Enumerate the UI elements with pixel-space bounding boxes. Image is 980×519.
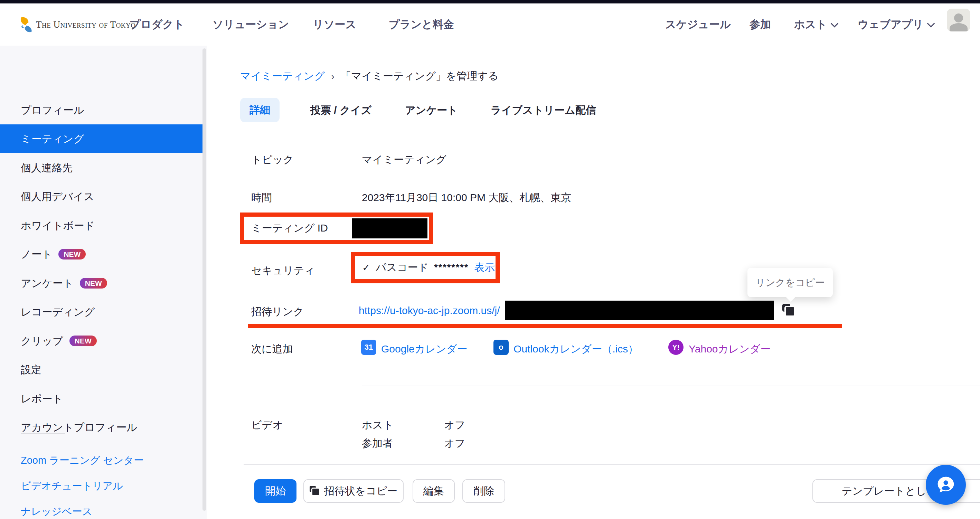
main-content: マイミーティング › 「マイミーティング」を管理する 詳細 投票 / クイズ ア…	[207, 46, 980, 519]
new-badge: NEW	[80, 278, 107, 288]
edit-button[interactable]: 編集	[413, 479, 455, 503]
avatar[interactable]	[947, 9, 970, 32]
sidebar-scrollbar[interactable]	[202, 48, 206, 511]
start-button[interactable]: 開始	[255, 479, 296, 503]
nav-web-app[interactable]: ウェブアプリ	[858, 17, 934, 32]
sidebar-divider	[21, 433, 65, 434]
zoom-web-portal: The University of Tokyo プロダクト ソリューション リソ…	[0, 0, 980, 519]
meeting-id-label: ミーティング ID	[251, 217, 328, 239]
chevron-down-icon	[927, 20, 935, 28]
outlook-calendar-icon[interactable]: o	[493, 340, 509, 355]
sidebar-link-knowledge-base[interactable]: ナレッジベース	[21, 504, 92, 519]
help-support-button[interactable]	[926, 465, 966, 505]
time-value: 2023年11月30日 10:00 PM 大阪、札幌、東京	[362, 191, 571, 205]
video-host-value: オフ	[444, 418, 465, 432]
copy-link-tooltip: リンクをコピー	[748, 268, 833, 297]
sidebar-link-learning-center[interactable]: Zoom ラーニング センター	[21, 453, 144, 468]
tab-surveys[interactable]: アンケート	[405, 103, 458, 118]
redacted-invite-link	[505, 301, 774, 320]
video-participant-label: 参加者	[362, 436, 393, 451]
nav-products[interactable]: プロダクト	[130, 17, 185, 32]
breadcrumb-current: 「マイミーティング」を管理する	[341, 69, 499, 83]
sidebar-item-whiteboard[interactable]: ホワイトボード	[0, 211, 202, 240]
video-host-label: ホスト	[362, 418, 394, 432]
window-top-bar	[0, 0, 980, 3]
sidebar-item-surveys[interactable]: アンケートNEW	[0, 269, 202, 298]
sidebar-item-reports[interactable]: レポート	[0, 384, 202, 413]
topic-value: マイミーティング	[362, 153, 447, 167]
yahoo-calendar-link[interactable]: Yahooカレンダー	[689, 342, 771, 356]
tab-livestream[interactable]: ライブストリーム配信	[491, 103, 596, 118]
new-badge: NEW	[70, 336, 97, 346]
support-chat-icon	[934, 473, 957, 496]
sidebar-item-account-profile[interactable]: アカウントプロフィール	[0, 413, 202, 442]
show-passcode-link[interactable]: 表示	[474, 261, 495, 275]
nav-web-app-label: ウェブアプリ	[858, 17, 923, 32]
add-to-label: 次に追加	[251, 342, 293, 356]
sidebar-item-contacts[interactable]: 個人連絡先	[0, 153, 202, 182]
footer-divider	[243, 464, 980, 465]
tab-polls-quizzes[interactable]: 投票 / クイズ	[310, 103, 371, 118]
utokyo-logo[interactable]: The University of Tokyo	[20, 17, 136, 32]
annotation-red-underline	[248, 324, 842, 328]
annotation-red-box-passcode: ✓ パスコード ******** 表示	[351, 252, 500, 283]
utokyo-ginkgo-icon	[20, 17, 32, 32]
topic-label: トピック	[251, 153, 294, 167]
google-calendar-icon[interactable]: 31	[361, 340, 376, 355]
nav-solutions[interactable]: ソリューション	[213, 17, 289, 32]
sidebar-link-video-tutorials[interactable]: ビデオチュートリアル	[21, 478, 123, 494]
sidebar-item-clips[interactable]: クリップNEW	[0, 326, 202, 355]
tab-details[interactable]: 詳細	[240, 98, 280, 122]
sidebar-item-profile[interactable]: プロフィール	[0, 96, 202, 124]
nav-plans-pricing[interactable]: プランと料金	[389, 17, 454, 32]
passcode-mask: ********	[434, 262, 469, 273]
breadcrumb-my-meetings-link[interactable]: マイミーティング	[240, 69, 325, 83]
video-label: ビデオ	[251, 418, 283, 432]
sidebar-item-meetings[interactable]: ミーティング	[0, 124, 202, 153]
outlook-calendar-link[interactable]: Outlookカレンダー（.ics）	[514, 342, 638, 356]
nav-join[interactable]: 参加	[749, 17, 771, 32]
annotation-red-box-meeting-id: ミーティング ID	[240, 212, 433, 244]
chevron-down-icon	[831, 20, 838, 28]
sidebar-item-recordings[interactable]: レコーディング	[0, 298, 202, 326]
nav-host[interactable]: ホスト	[794, 17, 837, 32]
nav-host-label: ホスト	[794, 17, 827, 32]
sidebar: プロフィール ミーティング 個人連絡先 個人用デバイス ホワイトボード ノートN…	[0, 46, 207, 519]
security-label: セキュリティ	[251, 264, 315, 278]
utokyo-logo-text: The University of Tokyo	[36, 19, 136, 30]
delete-button[interactable]: 削除	[462, 479, 505, 503]
sidebar-item-notes[interactable]: ノートNEW	[0, 240, 202, 269]
sidebar-item-devices[interactable]: 個人用デバイス	[0, 182, 202, 211]
breadcrumb-separator: ›	[331, 70, 334, 82]
google-calendar-link[interactable]: Googleカレンダー	[381, 342, 468, 356]
new-badge: NEW	[59, 249, 86, 260]
copy-link-icon[interactable]	[782, 304, 795, 317]
invite-link-label: 招待リンク	[251, 305, 304, 319]
copy-invitation-button[interactable]: 招待状をコピー	[304, 479, 404, 503]
site-header: The University of Tokyo プロダクト ソリューション リソ…	[0, 3, 980, 46]
breadcrumb: マイミーティング › 「マイミーティング」を管理する	[240, 69, 499, 83]
redacted-meeting-id	[352, 218, 428, 239]
copy-icon	[310, 486, 320, 496]
invite-link-url[interactable]: https://u-tokyo-ac-jp.zoom.us/j/	[359, 305, 500, 317]
section-divider	[362, 385, 980, 386]
nav-schedule[interactable]: スケジュール	[665, 17, 731, 32]
passcode-row: ✓ パスコード ******** 表示	[355, 256, 496, 279]
passcode-label: パスコード	[375, 261, 428, 275]
time-label: 時間	[251, 191, 272, 205]
avatar-person-icon	[954, 13, 963, 22]
sidebar-item-settings[interactable]: 設定	[0, 355, 202, 384]
video-participant-value: オフ	[444, 436, 465, 451]
nav-resources[interactable]: リソース	[313, 17, 356, 32]
checkmark-icon: ✓	[362, 262, 370, 273]
yahoo-calendar-icon[interactable]: Y!	[668, 340, 684, 355]
